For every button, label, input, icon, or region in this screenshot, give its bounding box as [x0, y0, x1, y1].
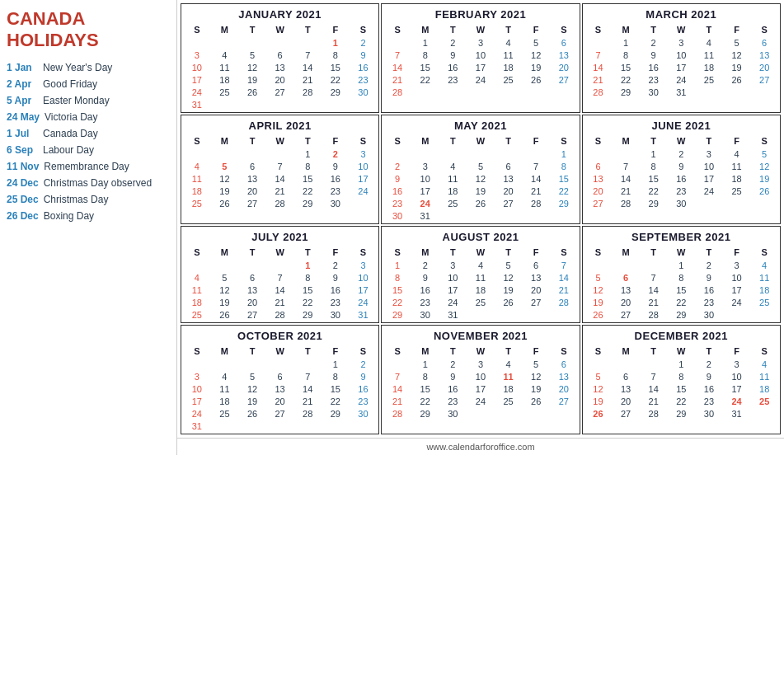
cal-day: 24	[667, 73, 695, 86]
cal-day: 28	[293, 86, 322, 98]
day-header: M	[411, 345, 439, 358]
cal-day: 21	[640, 296, 668, 308]
cal-day: 19	[495, 284, 523, 296]
cal-day	[750, 86, 778, 98]
cal-day: 16	[350, 382, 378, 395]
cal-day	[584, 148, 613, 160]
cal-day: 30	[383, 209, 411, 222]
cal-day: 27	[550, 73, 578, 86]
cal-day	[584, 259, 613, 271]
day-header: S	[750, 23, 778, 36]
day-header: M	[211, 345, 239, 358]
cal-day: 23	[640, 73, 668, 86]
cal-day	[467, 148, 495, 160]
cal-day: 31	[723, 407, 751, 420]
cal-day: 15	[383, 284, 411, 296]
holiday-name: Victoria Day	[45, 111, 97, 123]
main-container: CANADA HOLIDAYS 1 JanNew Year's Day2 Apr…	[0, 0, 784, 455]
holiday-item: 24 DecChristmas Day observed	[7, 177, 170, 189]
cal-day: 3	[695, 148, 723, 160]
day-header: S	[550, 345, 578, 358]
cal-day: 24	[723, 395, 751, 407]
cal-day: 16	[383, 185, 411, 197]
holiday-item: 6 SepLabour Day	[7, 144, 170, 156]
cal-day: 13	[550, 49, 578, 61]
holiday-name: Canada Day	[43, 128, 98, 139]
cal-day	[750, 308, 778, 321]
day-header: T	[439, 134, 467, 148]
day-header: S	[183, 246, 211, 259]
day-header: W	[667, 345, 695, 358]
months-grid: JANUARY 2021SMTWTFS123456789101112131415…	[181, 3, 781, 434]
cal-day: 26	[522, 73, 550, 86]
cal-day	[266, 358, 294, 370]
cal-day: 26	[584, 407, 613, 420]
cal-day: 17	[723, 382, 751, 395]
cal-day	[183, 358, 211, 370]
cal-day	[293, 358, 322, 370]
cal-day: 6	[750, 36, 778, 49]
cal-day: 16	[322, 284, 350, 296]
holiday-date: 25 Dec	[7, 194, 39, 205]
cal-day: 3	[667, 36, 695, 49]
cal-day: 26	[522, 395, 550, 407]
cal-day: 17	[350, 172, 378, 185]
cal-day: 10	[467, 370, 495, 382]
cal-day: 20	[238, 296, 266, 308]
cal-day: 14	[293, 61, 322, 73]
month-block: SEPTEMBER 2021SMTWTFS1234567891011121314…	[582, 226, 781, 323]
cal-day: 23	[383, 197, 411, 209]
cal-day	[350, 98, 378, 110]
cal-day	[266, 98, 294, 110]
cal-day: 2	[411, 259, 439, 271]
cal-day: 4	[495, 358, 523, 370]
cal-day: 3	[183, 370, 211, 382]
day-header: W	[467, 23, 495, 36]
cal-day: 25	[695, 73, 723, 86]
holiday-name: Remembrance Day	[44, 161, 129, 172]
cal-day: 12	[238, 382, 266, 395]
day-header: F	[723, 246, 751, 259]
holiday-name: Boxing Day	[44, 210, 94, 222]
cal-table: SMTWTFS123456789101112131415161718192021…	[183, 345, 377, 432]
day-header: T	[439, 345, 467, 358]
cal-day	[522, 148, 550, 160]
day-header: T	[238, 134, 266, 148]
cal-day	[211, 36, 239, 49]
cal-day: 14	[266, 172, 294, 185]
cal-day: 10	[695, 160, 723, 172]
cal-day	[467, 308, 495, 321]
cal-day: 3	[350, 259, 378, 271]
day-header: M	[211, 134, 239, 148]
day-header: W	[667, 134, 695, 148]
cal-day: 7	[584, 49, 613, 61]
cal-day: 3	[723, 259, 751, 271]
month-block: JANUARY 2021SMTWTFS123456789101112131415…	[181, 3, 379, 113]
day-header: F	[723, 23, 751, 36]
cal-day: 27	[750, 73, 778, 86]
cal-day: 25	[467, 296, 495, 308]
day-header: S	[383, 23, 411, 36]
day-header: S	[350, 134, 378, 148]
cal-day: 2	[383, 160, 411, 172]
cal-table: SMTWTFS123456789101112131415161718192021…	[383, 23, 577, 98]
cal-day: 12	[211, 172, 239, 185]
cal-day: 24	[695, 185, 723, 197]
cal-day: 1	[293, 148, 322, 160]
cal-day: 1	[293, 259, 322, 271]
day-header: F	[522, 345, 550, 358]
cal-day: 18	[495, 61, 523, 73]
day-header: S	[750, 345, 778, 358]
cal-day: 10	[350, 160, 378, 172]
cal-day: 14	[612, 172, 640, 185]
cal-day: 21	[550, 284, 578, 296]
month-block: MARCH 2021SMTWTFS12345678910111213141516…	[582, 3, 781, 113]
cal-day: 17	[723, 284, 751, 296]
cal-day: 9	[695, 271, 723, 284]
cal-day: 29	[293, 197, 322, 209]
cal-day: 21	[522, 185, 550, 197]
cal-day: 30	[695, 308, 723, 321]
cal-day: 24	[467, 395, 495, 407]
cal-day: 3	[411, 160, 439, 172]
cal-day	[439, 148, 467, 160]
